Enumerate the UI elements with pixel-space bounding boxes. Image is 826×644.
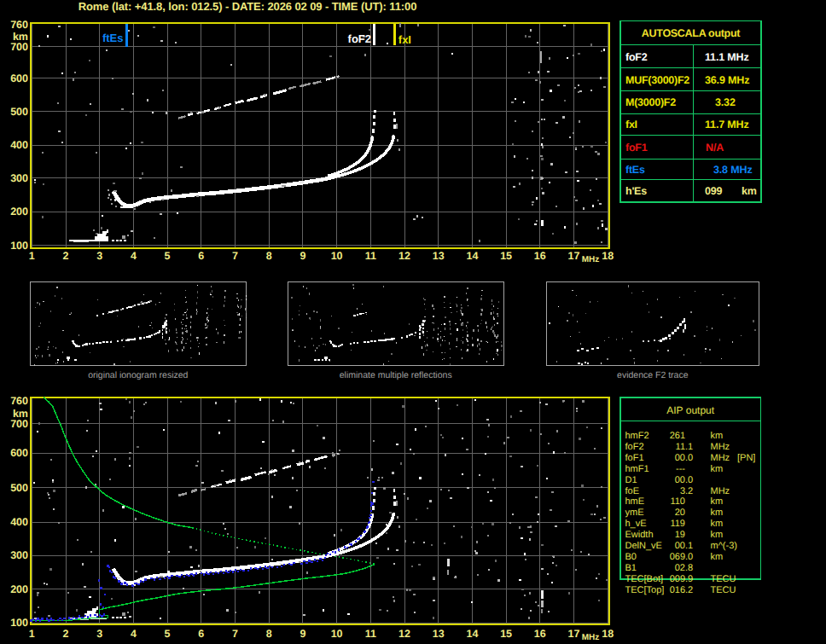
- svg-text:.0: .0: [685, 552, 693, 562]
- svg-text:600: 600: [10, 73, 28, 84]
- svg-text:km: km: [711, 464, 724, 474]
- svg-text:foF1: foF1: [625, 142, 648, 154]
- svg-text:700: 700: [10, 418, 28, 430]
- svg-text:700: 700: [10, 41, 28, 53]
- svg-text:MHz: MHz: [582, 255, 600, 264]
- svg-text:foE: foE: [625, 486, 640, 496]
- svg-text:original ionogram resized: original ionogram resized: [88, 370, 188, 380]
- svg-text:200: 200: [10, 206, 28, 218]
- svg-text:km: km: [711, 496, 724, 507]
- svg-text:fxI: fxI: [398, 33, 411, 46]
- svg-text:119: 119: [670, 519, 685, 529]
- svg-text:500: 500: [10, 106, 28, 118]
- svg-text:1: 1: [29, 628, 35, 640]
- svg-text:9: 9: [300, 250, 305, 262]
- svg-text:km: km: [711, 431, 724, 441]
- svg-text:36.9 MHz: 36.9 MHz: [705, 74, 749, 86]
- svg-text:12: 12: [398, 250, 410, 262]
- svg-text:7: 7: [232, 250, 238, 262]
- svg-text:14: 14: [466, 250, 478, 262]
- svg-text:00: 00: [675, 541, 685, 551]
- svg-text:7: 7: [232, 628, 238, 640]
- svg-text:[PN]: [PN]: [737, 453, 755, 463]
- svg-text:m^(-3): m^(-3): [711, 541, 737, 551]
- svg-text:13: 13: [433, 250, 445, 262]
- svg-text:h'Es: h'Es: [625, 185, 647, 197]
- svg-text:16: 16: [534, 628, 546, 640]
- svg-text:069: 069: [670, 552, 685, 562]
- svg-text:19: 19: [675, 530, 685, 540]
- svg-text:099: 099: [705, 185, 723, 197]
- svg-text:TECU: TECU: [711, 585, 736, 595]
- svg-text:11: 11: [676, 442, 685, 452]
- svg-text:km: km: [711, 508, 724, 518]
- svg-text:.1: .1: [685, 442, 693, 452]
- svg-text:18: 18: [602, 628, 614, 640]
- svg-text:hmF2: hmF2: [625, 431, 649, 441]
- svg-text:MUF(3000)F2: MUF(3000)F2: [625, 74, 689, 86]
- svg-text:.0: .0: [685, 453, 693, 463]
- svg-text:.1: .1: [685, 541, 693, 551]
- svg-text:11.7 MHz: 11.7 MHz: [705, 119, 749, 131]
- svg-text:9: 9: [300, 628, 305, 640]
- svg-text:8: 8: [266, 250, 272, 262]
- svg-text:10: 10: [331, 250, 343, 262]
- svg-text:Ewidth: Ewidth: [625, 530, 654, 540]
- svg-text:.2: .2: [685, 486, 693, 496]
- svg-text:100: 100: [10, 617, 28, 629]
- svg-text:13: 13: [433, 628, 445, 640]
- svg-text:16: 16: [534, 250, 546, 262]
- svg-text:TEC[Top]: TEC[Top]: [625, 585, 665, 595]
- svg-text:ymE: ymE: [625, 508, 644, 518]
- svg-text:.8: .8: [685, 563, 693, 573]
- svg-text:eliminate multiple reflections: eliminate multiple reflections: [340, 370, 452, 380]
- svg-text:TECU: TECU: [711, 574, 736, 584]
- svg-text:B0: B0: [625, 552, 637, 562]
- svg-text:AUTOSCALA output: AUTOSCALA output: [642, 27, 741, 39]
- svg-text:00: 00: [675, 453, 685, 463]
- svg-text:Rome (lat: +41.8, lon: 012.5): Rome (lat: +41.8, lon: 012.5) - DATE: 20…: [79, 0, 417, 13]
- svg-text:MHz: MHz: [582, 633, 600, 642]
- svg-text:12: 12: [398, 628, 410, 640]
- svg-text:2: 2: [63, 250, 69, 262]
- svg-text:foF2: foF2: [625, 51, 648, 63]
- svg-text:18: 18: [602, 250, 614, 262]
- svg-text:M(3000)F2: M(3000)F2: [625, 96, 676, 108]
- svg-text:6: 6: [198, 628, 204, 640]
- svg-text:2: 2: [63, 628, 69, 640]
- svg-text:N/A: N/A: [706, 142, 724, 154]
- svg-text:4: 4: [131, 250, 137, 262]
- svg-text:400: 400: [10, 139, 28, 151]
- svg-text:200: 200: [10, 583, 28, 595]
- svg-text:TEC[Bot]: TEC[Bot]: [625, 574, 664, 584]
- svg-text:km: km: [711, 519, 724, 529]
- svg-text:km: km: [742, 185, 757, 197]
- svg-text:261: 261: [670, 431, 685, 441]
- svg-text:15: 15: [500, 628, 512, 640]
- svg-text:5: 5: [165, 628, 171, 640]
- svg-text:11: 11: [365, 250, 376, 262]
- svg-text:10: 10: [331, 628, 343, 640]
- svg-text:00: 00: [675, 475, 685, 485]
- svg-text:hmF1: hmF1: [625, 464, 649, 474]
- svg-text:.9: .9: [685, 574, 693, 584]
- svg-text:foF2: foF2: [348, 32, 371, 45]
- svg-text:AIP output: AIP output: [666, 404, 714, 416]
- svg-text:1: 1: [29, 250, 35, 262]
- svg-text:km: km: [711, 552, 724, 562]
- svg-text:.2: .2: [685, 585, 693, 595]
- svg-text:---: ---: [676, 464, 685, 474]
- svg-text:016: 016: [670, 585, 685, 595]
- svg-text:400: 400: [10, 516, 28, 528]
- svg-text:ftEs: ftEs: [102, 32, 124, 44]
- svg-text:fxI: fxI: [625, 119, 637, 131]
- svg-text:600: 600: [10, 447, 28, 459]
- svg-text:3.32: 3.32: [715, 96, 736, 108]
- svg-text:14: 14: [466, 628, 478, 640]
- svg-text:15: 15: [500, 250, 512, 262]
- svg-text:17: 17: [568, 628, 580, 640]
- svg-text:MHz: MHz: [711, 486, 730, 496]
- svg-text:02: 02: [675, 563, 685, 573]
- svg-text:DelN_vE: DelN_vE: [625, 541, 662, 551]
- svg-text:ftEs: ftEs: [625, 164, 645, 176]
